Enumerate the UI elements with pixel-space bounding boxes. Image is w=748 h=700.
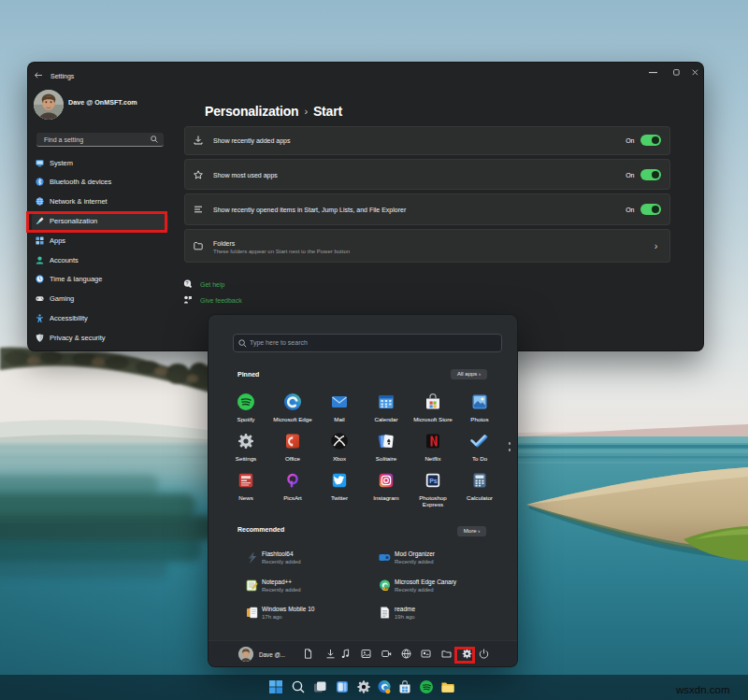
svg-text:?: ? bbox=[186, 280, 189, 286]
svg-text:CAN: CAN bbox=[383, 587, 389, 591]
svg-text:Ps: Ps bbox=[429, 478, 438, 484]
